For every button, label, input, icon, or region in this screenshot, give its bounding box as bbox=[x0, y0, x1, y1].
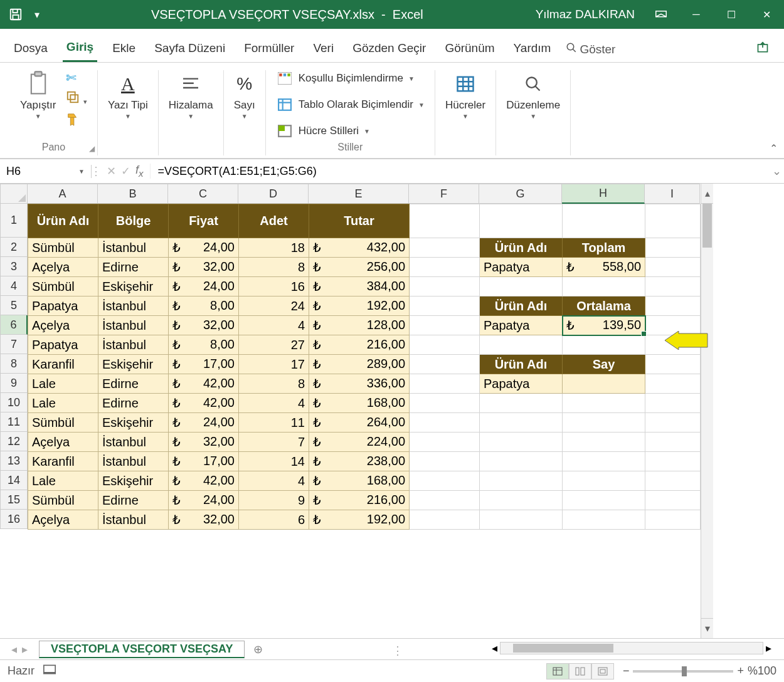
cell-F12[interactable] bbox=[410, 433, 480, 452]
cell-H9[interactable] bbox=[563, 374, 645, 394]
row-header-13[interactable]: 13 bbox=[0, 451, 28, 471]
cell-I9[interactable] bbox=[645, 374, 701, 394]
cell-F9[interactable] bbox=[410, 374, 480, 394]
col-header-E[interactable]: E bbox=[309, 184, 409, 204]
row-header-12[interactable]: 12 bbox=[0, 432, 28, 451]
row-header-9[interactable]: 9 bbox=[0, 374, 28, 393]
format-painter-icon[interactable] bbox=[66, 112, 87, 130]
cell-C13[interactable]: ₺17,00 bbox=[169, 452, 239, 471]
cell-H4[interactable] bbox=[563, 277, 645, 296]
col-header-B[interactable]: B bbox=[98, 184, 168, 204]
worksheet-grid[interactable]: ABCDEFGHI 12345678910111213141516 Ürün A… bbox=[0, 184, 784, 638]
cell-C16[interactable]: ₺32,00 bbox=[169, 510, 239, 530]
cell-E9[interactable]: ₺336,00 bbox=[309, 374, 410, 394]
cell-E12[interactable]: ₺224,00 bbox=[309, 433, 410, 452]
cell-I10[interactable] bbox=[645, 394, 701, 413]
tab-review[interactable]: Gözden Geçir bbox=[349, 38, 430, 61]
cell-G12[interactable] bbox=[480, 433, 563, 452]
cell-A8[interactable]: Karanfil bbox=[28, 355, 98, 374]
cell-D12[interactable]: 7 bbox=[239, 433, 309, 452]
collapse-ribbon-icon[interactable]: ⌃ bbox=[770, 142, 778, 154]
cell-A3[interactable]: Açelya bbox=[28, 258, 98, 277]
cell-B11[interactable]: Eskişehir bbox=[98, 413, 169, 433]
tab-formulas[interactable]: Formüller bbox=[240, 38, 298, 61]
row-header-2[interactable]: 2 bbox=[0, 238, 28, 257]
zoom-slider[interactable] bbox=[633, 670, 733, 673]
row-header-15[interactable]: 15 bbox=[0, 490, 28, 510]
row-header-14[interactable]: 14 bbox=[0, 471, 28, 490]
hscroll-thumb[interactable] bbox=[513, 644, 613, 653]
maximize-button[interactable]: ☐ bbox=[714, 0, 749, 29]
row-header-8[interactable]: 8 bbox=[0, 354, 28, 374]
cell-D9[interactable]: 8 bbox=[239, 374, 309, 394]
alignment-button[interactable]: Hizalama▼ bbox=[169, 70, 213, 120]
cell-C14[interactable]: ₺42,00 bbox=[169, 471, 239, 491]
zoom-in-icon[interactable]: + bbox=[737, 664, 744, 678]
cell-C5[interactable]: ₺8,00 bbox=[169, 296, 239, 316]
number-button[interactable]: % Sayı▼ bbox=[234, 70, 255, 120]
paste-button[interactable]: Yapıştır▼ bbox=[20, 70, 56, 120]
vertical-scrollbar[interactable]: ▴ ▾ bbox=[701, 184, 713, 638]
cell-I16[interactable] bbox=[645, 510, 701, 530]
cell-E10[interactable]: ₺168,00 bbox=[309, 394, 410, 413]
cell-F5[interactable] bbox=[410, 296, 480, 316]
row-header-10[interactable]: 10 bbox=[0, 393, 28, 412]
row-header-6[interactable]: 6 bbox=[0, 315, 28, 335]
cell-B16[interactable]: İstanbul bbox=[98, 510, 169, 530]
cell-H3[interactable]: ₺558,00 bbox=[563, 258, 645, 277]
cell-G2[interactable]: Ürün Adı bbox=[480, 238, 563, 258]
cell-D6[interactable]: 4 bbox=[239, 316, 309, 335]
cell-A15[interactable]: Sümbül bbox=[28, 491, 98, 510]
next-sheet-icon[interactable]: ▸ bbox=[22, 643, 28, 656]
cell-G14[interactable] bbox=[480, 471, 563, 491]
cell-styles-button[interactable]: Hücre Stilleri▼ bbox=[276, 123, 370, 139]
cell-I12[interactable] bbox=[645, 433, 701, 452]
dialog-launcher-icon[interactable]: ◢ bbox=[89, 144, 95, 153]
cell-G4[interactable] bbox=[480, 277, 563, 296]
cell-B10[interactable]: Edirne bbox=[98, 394, 169, 413]
horizontal-scrollbar[interactable] bbox=[500, 642, 763, 654]
cell-G13[interactable] bbox=[480, 452, 563, 471]
cancel-formula-icon[interactable]: ⋮ bbox=[90, 164, 102, 178]
row-header-3[interactable]: 3 bbox=[0, 257, 28, 276]
cell-G7[interactable] bbox=[480, 335, 563, 355]
scroll-up-icon[interactable]: ▴ bbox=[701, 184, 713, 204]
cell-B14[interactable]: Eskişehir bbox=[98, 471, 169, 491]
cell-I1[interactable] bbox=[645, 204, 701, 238]
cell-I2[interactable] bbox=[645, 238, 701, 258]
cell-F6[interactable] bbox=[410, 316, 480, 335]
cell-H11[interactable] bbox=[563, 413, 645, 433]
cells-button[interactable]: Hücreler▼ bbox=[445, 70, 485, 120]
save-icon[interactable] bbox=[6, 5, 25, 24]
col-header-I[interactable]: I bbox=[645, 184, 700, 204]
cell-B15[interactable]: Edirne bbox=[98, 491, 169, 510]
cell-A12[interactable]: Açelya bbox=[28, 433, 98, 452]
editing-button[interactable]: Düzenleme▼ bbox=[506, 70, 560, 120]
view-normal-icon[interactable] bbox=[546, 663, 569, 679]
cell-F7[interactable] bbox=[410, 335, 480, 355]
col-header-D[interactable]: D bbox=[238, 184, 309, 204]
cell-I4[interactable] bbox=[645, 277, 701, 296]
cell-F14[interactable] bbox=[410, 471, 480, 491]
hscroll-right-icon[interactable]: ▸ bbox=[766, 641, 771, 655]
cell-H7[interactable] bbox=[563, 335, 645, 355]
cell-H15[interactable] bbox=[563, 491, 645, 510]
tab-insert[interactable]: Ekle bbox=[109, 38, 139, 61]
cell-A5[interactable]: Papatya bbox=[28, 296, 98, 316]
cell-H1[interactable] bbox=[563, 204, 645, 238]
cell-D11[interactable]: 11 bbox=[239, 413, 309, 433]
cell-A10[interactable]: Lale bbox=[28, 394, 98, 413]
row-header-1[interactable]: 1 bbox=[0, 204, 28, 238]
cell-C1[interactable]: Fiyat bbox=[169, 204, 239, 238]
expand-formula-bar-icon[interactable]: ⌄ bbox=[769, 164, 784, 178]
cell-F15[interactable] bbox=[410, 491, 480, 510]
view-page-break-icon[interactable] bbox=[591, 663, 614, 679]
cell-G1[interactable] bbox=[480, 204, 563, 238]
zoom-out-icon[interactable]: − bbox=[623, 664, 630, 678]
name-box[interactable]: H6▼ bbox=[0, 165, 92, 178]
cell-A11[interactable]: Sümbül bbox=[28, 413, 98, 433]
cell-E14[interactable]: ₺168,00 bbox=[309, 471, 410, 491]
cell-D5[interactable]: 24 bbox=[239, 296, 309, 316]
cell-F3[interactable] bbox=[410, 258, 480, 277]
cell-I15[interactable] bbox=[645, 491, 701, 510]
